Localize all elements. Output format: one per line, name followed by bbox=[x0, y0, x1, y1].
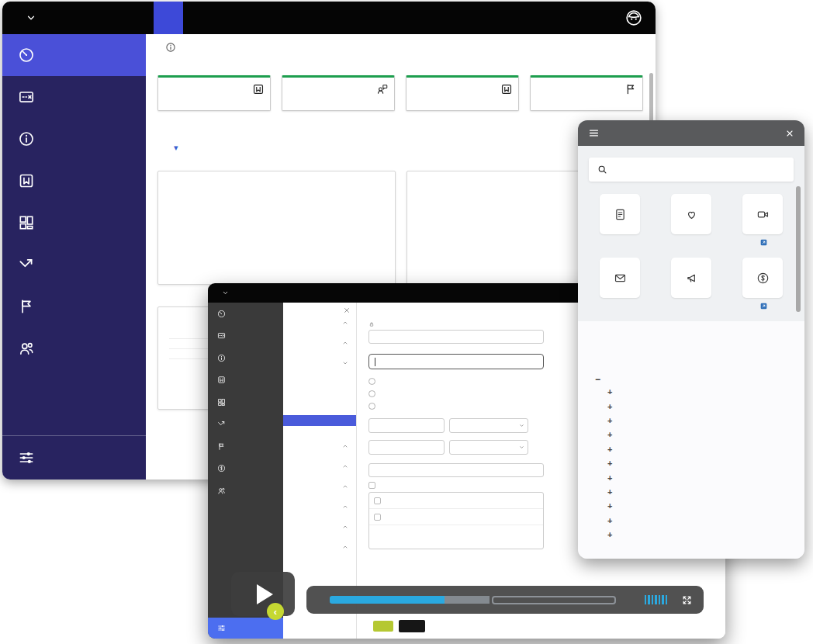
map-icon bbox=[18, 88, 35, 106]
grid-icon bbox=[217, 398, 226, 407]
getting-started-item[interactable]: + bbox=[595, 399, 804, 413]
envelope-icon bbox=[614, 272, 627, 285]
help-avatar-icon[interactable] bbox=[624, 9, 643, 27]
getting-started-item[interactable]: + bbox=[595, 428, 804, 441]
round-card-feedback[interactable] bbox=[282, 75, 395, 111]
sidebar-item-judging[interactable] bbox=[2, 286, 146, 327]
users-icon bbox=[217, 486, 226, 495]
settings-child-categories bbox=[283, 384, 356, 395]
sidebar-item-about[interactable] bbox=[2, 118, 146, 160]
round-card-entry-open-period[interactable] bbox=[157, 75, 271, 111]
getting-started-item[interactable]: + bbox=[595, 442, 804, 456]
chevron-up-icon bbox=[342, 504, 348, 510]
settings-sliders-icon bbox=[18, 449, 35, 466]
tab-manage[interactable] bbox=[154, 2, 183, 34]
settings-group-entries bbox=[283, 353, 356, 373]
sidebar-item-review-flow[interactable] bbox=[2, 244, 146, 286]
round-card-entry-open-period-2022[interactable] bbox=[406, 75, 519, 111]
close-icon bbox=[343, 306, 351, 314]
settings-group-general bbox=[283, 313, 356, 333]
article-icon bbox=[614, 208, 627, 221]
sidebar-item-guides-and-tours[interactable] bbox=[2, 76, 146, 118]
name-field bbox=[368, 354, 544, 369]
getting-started-item[interactable]: + bbox=[595, 528, 804, 542]
video-sidebar-item-guides bbox=[208, 325, 283, 348]
sidebar-item-galleries[interactable] bbox=[2, 202, 146, 244]
expand-icon: + bbox=[607, 530, 612, 539]
chapter-option-oceana bbox=[369, 509, 543, 525]
sidebar-item-settings[interactable] bbox=[2, 436, 146, 480]
expand-icon: + bbox=[607, 445, 612, 454]
chapter-option-asia bbox=[369, 493, 543, 509]
account-switcher[interactable] bbox=[2, 2, 146, 34]
quick-action-system-status[interactable] bbox=[656, 194, 727, 246]
chevron-up-icon bbox=[342, 524, 348, 530]
sidebar-item-entries[interactable] bbox=[2, 160, 146, 202]
chevron-down-icon bbox=[519, 445, 524, 450]
dollar-circle-icon bbox=[756, 272, 770, 285]
round-activity-cards bbox=[157, 75, 643, 111]
round-card-voting-2022[interactable] bbox=[530, 75, 643, 111]
help-search-input[interactable] bbox=[589, 158, 794, 182]
video-account-switcher bbox=[218, 289, 293, 296]
video-progress-bar[interactable] bbox=[330, 596, 616, 604]
dashboard-icon bbox=[217, 310, 226, 318]
expand-icon: + bbox=[607, 387, 612, 396]
getting-started-item[interactable]: + bbox=[595, 470, 804, 484]
getting-started-item[interactable]: + bbox=[595, 514, 804, 528]
review-flow-icon bbox=[217, 420, 226, 428]
season-field bbox=[368, 330, 544, 344]
sidebar bbox=[2, 34, 146, 480]
tab-judge[interactable] bbox=[213, 2, 242, 34]
quick-action-review-award-force[interactable] bbox=[727, 258, 798, 310]
sidebar-footer bbox=[2, 435, 146, 480]
fullscreen-icon[interactable] bbox=[681, 594, 693, 606]
settings-group-judging bbox=[283, 436, 356, 456]
grid-icon bbox=[18, 214, 35, 231]
sidebar-item-users[interactable] bbox=[2, 327, 146, 369]
save-button bbox=[373, 621, 393, 632]
quick-action-watch-webinars[interactable] bbox=[727, 194, 798, 246]
sidebar-item-dashboard[interactable] bbox=[2, 34, 146, 76]
chapters-search-field bbox=[368, 463, 544, 477]
checkbox-icon bbox=[374, 497, 381, 504]
cancel-button bbox=[399, 620, 425, 632]
bookmark-icon bbox=[500, 83, 513, 95]
external-link-icon bbox=[760, 303, 767, 310]
settings-group-payments bbox=[283, 476, 356, 497]
getting-started-item[interactable]: + bbox=[595, 499, 804, 513]
play-icon bbox=[257, 584, 273, 604]
heart-icon bbox=[685, 208, 698, 221]
quick-action-give-feedback[interactable] bbox=[656, 258, 727, 310]
volume-bars[interactable] bbox=[645, 595, 668, 604]
getting-started-item[interactable]: + bbox=[595, 414, 804, 428]
search-icon bbox=[597, 164, 607, 175]
video-sidebar-item-users bbox=[208, 480, 283, 502]
getting-started-section-toggle[interactable]: − bbox=[595, 374, 804, 385]
expand-icon: + bbox=[607, 516, 612, 525]
checkbox-icon bbox=[374, 514, 381, 521]
video-sidebar-item-orders bbox=[208, 458, 283, 480]
play-button[interactable] bbox=[231, 572, 295, 616]
quick-action-submit-ticket[interactable] bbox=[584, 258, 656, 310]
hamburger-menu-icon[interactable] bbox=[588, 127, 600, 139]
top-navigation-bar bbox=[2, 2, 656, 34]
collapse-badge[interactable]: ‹ bbox=[267, 603, 284, 620]
settings-child-fields bbox=[283, 405, 356, 416]
quick-action-help-articles[interactable] bbox=[584, 194, 656, 246]
video-sidebar-item-entries bbox=[208, 369, 283, 392]
getting-started-item[interactable]: + bbox=[595, 456, 804, 470]
review-flow-icon bbox=[18, 256, 35, 273]
info-circle-icon[interactable] bbox=[165, 42, 176, 53]
close-icon[interactable] bbox=[785, 129, 794, 138]
getting-started-item[interactable]: + bbox=[595, 485, 804, 499]
getting-started-item[interactable]: + bbox=[595, 385, 804, 399]
dashboard-icon bbox=[18, 47, 35, 64]
expand-icon: + bbox=[607, 501, 612, 511]
help-panel-scrollbar[interactable] bbox=[796, 186, 801, 312]
top-tabs bbox=[154, 2, 242, 34]
tab-enter[interactable] bbox=[183, 2, 213, 34]
season-selector[interactable]: ▾ bbox=[174, 143, 178, 153]
megaphone-icon bbox=[685, 272, 698, 285]
chevron-up-icon bbox=[342, 544, 348, 550]
